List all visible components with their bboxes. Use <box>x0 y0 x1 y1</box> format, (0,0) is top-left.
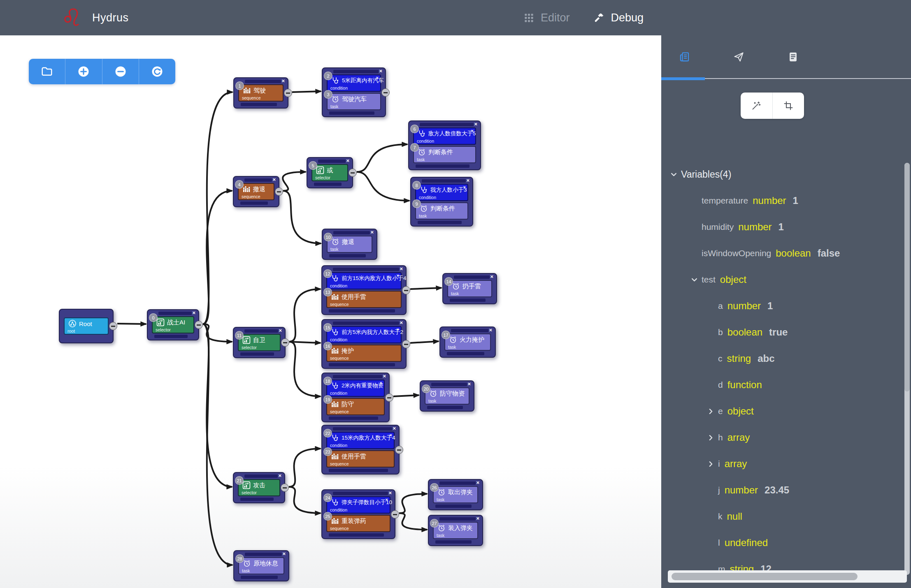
close-node-icon[interactable]: × <box>474 122 477 127</box>
zoom-in-button[interactable] <box>65 59 102 84</box>
node-block-task[interactable]: 3驾驶汽车task <box>327 93 381 110</box>
bt-node-drive-comp[interactable]: ×25米距离内有汽车×condition3驾驶汽车task <box>322 67 386 117</box>
bt-node-ally3-comp[interactable]: ×8我方人数小于3×condition9判断条件task <box>410 177 473 227</box>
var-row-h[interactable]: harray <box>661 424 902 451</box>
close-node-icon[interactable]: × <box>490 274 493 279</box>
bt-node-front5-comp[interactable]: ×15前方5米内我方人数大于2×condition16掩护sequence <box>321 319 407 369</box>
node-block-sequence[interactable]: 19防守sequence <box>326 398 385 415</box>
bt-node-rest-task[interactable]: ×28原地休息task <box>233 550 289 581</box>
tab-properties[interactable] <box>661 51 707 63</box>
close-node-icon[interactable]: × <box>379 69 382 74</box>
magic-wand-button[interactable] <box>741 93 773 119</box>
graph-canvas[interactable]: Rootroot×0战士AIselector×1驾驶sequence×25米距离… <box>0 35 661 588</box>
node-block-condition[interactable]: 12前方15米内敌方人数小于4×condition <box>326 272 402 289</box>
child-connector[interactable] <box>284 89 292 97</box>
close-block-icon[interactable]: × <box>397 327 399 332</box>
node-block-selector[interactable]: 5或selector <box>311 164 348 181</box>
variables-header[interactable]: Variables(4) <box>661 161 902 188</box>
close-block-icon[interactable]: × <box>386 497 388 502</box>
bt-node-attack-sel[interactable]: ×21攻击selector <box>233 472 285 503</box>
node-block-condition[interactable]: 15前方5米内我方人数大于2×condition <box>326 326 402 343</box>
nav-item-debug[interactable]: Debug <box>594 12 644 24</box>
vertical-scrollbar[interactable] <box>904 163 910 575</box>
tab-log[interactable] <box>770 51 816 63</box>
child-connector[interactable] <box>275 188 283 196</box>
node-block-task[interactable]: 20防守物资task <box>425 387 469 405</box>
close-block-icon[interactable]: × <box>471 128 474 133</box>
node-block-condition[interactable]: 8我方人数小于3×condition <box>415 184 468 201</box>
bt-node-in-task[interactable]: ×27装入弹夹task <box>428 515 483 546</box>
child-connector[interactable] <box>349 169 357 177</box>
close-node-icon[interactable]: × <box>272 177 276 182</box>
node-block-task[interactable]: 28原地休息task <box>238 557 284 574</box>
node-block-selector[interactable]: 21攻击selector <box>238 479 280 496</box>
node-block-sequence[interactable]: 4撤退sequence <box>238 183 274 200</box>
bt-node-defend-sel[interactable]: ×11自卫selector <box>233 327 286 358</box>
node-block-sequence[interactable]: 1驾驶sequence <box>238 84 284 102</box>
var-row-test[interactable]: testobject <box>661 266 902 293</box>
node-block-task[interactable]: 17火力掩护task <box>444 333 491 351</box>
reset-view-button[interactable] <box>139 59 175 84</box>
node-block-task[interactable]: 9判断条件task <box>415 202 468 220</box>
vertical-scrollbar-thumb[interactable] <box>904 163 910 391</box>
node-block-condition[interactable]: 2215米内敌方人数大于4×condition <box>326 432 395 449</box>
close-node-icon[interactable]: × <box>279 328 282 333</box>
close-node-icon[interactable]: × <box>388 491 392 495</box>
close-node-icon[interactable]: × <box>476 480 479 485</box>
node-block-task[interactable]: 27装入弹夹task <box>433 522 478 539</box>
node-block-task[interactable]: 7判断条件task <box>413 146 476 163</box>
node-block-root[interactable]: Rootroot <box>64 317 109 335</box>
bt-node-drive-seq[interactable]: ×1驾驶sequence <box>233 77 288 109</box>
crop-button[interactable] <box>773 93 804 119</box>
close-node-icon[interactable]: × <box>476 516 479 521</box>
child-connector[interactable] <box>402 340 410 348</box>
close-node-icon[interactable]: × <box>393 426 396 431</box>
nav-item-editor[interactable]: Editor <box>523 12 570 24</box>
close-node-icon[interactable]: × <box>466 178 469 183</box>
bt-node-out-task[interactable]: ×26取出弹夹task <box>428 479 483 510</box>
var-row-i[interactable]: iarray <box>661 451 902 477</box>
horizontal-scrollbar-thumb[interactable] <box>672 573 858 580</box>
bt-node-enemy15-comp[interactable]: ×2215米内敌方人数大于4×condition23使用手雷sequence <box>321 425 400 475</box>
close-block-icon[interactable]: × <box>376 75 379 80</box>
child-connector[interactable] <box>281 338 289 347</box>
close-node-icon[interactable]: × <box>370 230 374 235</box>
bt-node-front15-comp[interactable]: ×12前方15米内敌方人数小于4×condition13使用手雷sequence <box>321 265 407 315</box>
close-node-icon[interactable]: × <box>278 473 281 478</box>
close-node-icon[interactable]: × <box>281 79 285 83</box>
open-folder-button[interactable] <box>29 59 65 84</box>
bt-node-guard-task[interactable]: ×20防守物资task <box>420 380 474 412</box>
node-block-sequence[interactable]: 16掩护sequence <box>326 345 402 362</box>
bt-node-retreat-task[interactable]: ×10撤退task <box>322 229 377 260</box>
bt-node-mag-comp[interactable]: ×24弹夹子弹数目小于10×condition25重装弹药sequence <box>321 489 395 539</box>
node-block-sequence[interactable]: 13使用手雷sequence <box>326 291 402 308</box>
horizontal-scrollbar[interactable] <box>668 570 907 583</box>
node-block-condition[interactable]: 182米内有重要物资×condition <box>326 380 385 397</box>
close-node-icon[interactable]: × <box>467 382 471 387</box>
child-connector[interactable] <box>385 394 393 402</box>
bt-node-retreat-seq[interactable]: ×4撤退sequence <box>233 176 279 207</box>
close-node-icon[interactable]: × <box>192 310 195 315</box>
close-node-icon[interactable]: × <box>383 374 386 379</box>
node-block-task[interactable]: 10撤退task <box>327 236 372 253</box>
close-node-icon[interactable]: × <box>400 320 403 325</box>
node-block-selector[interactable]: 0战士AIselector <box>152 316 194 333</box>
node-block-condition[interactable]: 6敌方人数倍数大于5×condition <box>413 127 476 145</box>
child-connector[interactable] <box>109 322 117 330</box>
node-block-sequence[interactable]: 25重装弹药sequence <box>326 515 390 532</box>
child-connector[interactable] <box>395 446 403 454</box>
var-row-e[interactable]: eobject <box>661 398 902 424</box>
bt-node-goods2-comp[interactable]: ×182米内有重要物资×condition19防守sequence <box>321 373 390 422</box>
child-connector[interactable] <box>281 484 289 492</box>
bt-node-throw-task[interactable]: ×14扔手雷task <box>442 273 497 304</box>
bt-node-root[interactable]: Rootroot <box>59 309 114 343</box>
node-block-task[interactable]: 26取出弹夹task <box>433 486 478 503</box>
close-node-icon[interactable]: × <box>489 328 492 333</box>
bt-node-cover-task[interactable]: ×17火力掩护task <box>439 326 496 358</box>
child-connector[interactable] <box>402 286 410 294</box>
child-connector[interactable] <box>381 88 390 97</box>
close-node-icon[interactable]: × <box>400 266 403 271</box>
bt-node-or-sel[interactable]: ×5或selector <box>307 157 353 188</box>
close-block-icon[interactable]: × <box>397 273 399 278</box>
child-connector[interactable] <box>391 510 399 519</box>
